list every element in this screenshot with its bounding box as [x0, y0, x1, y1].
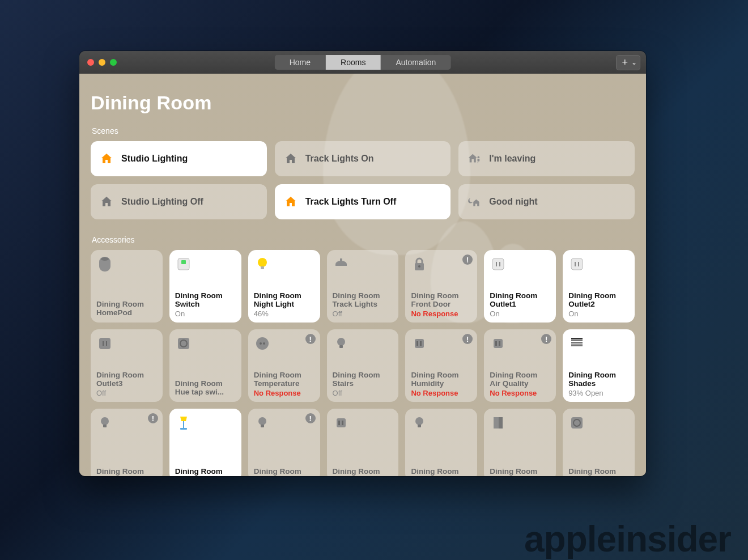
svg-rect-34 [571, 342, 583, 343]
accessory-name: Dining Room [175, 467, 236, 476]
accessory-tile[interactable]: ! Dining Room Humidity No Response [405, 329, 477, 402]
svg-point-46 [415, 417, 423, 425]
accessory-tile[interactable]: Dining Room Outlet1 On [484, 250, 556, 323]
accessory-tile[interactable]: Dining Room Shades 93% Open [563, 329, 635, 402]
view-segmented-control: Home Rooms Automation [275, 55, 451, 70]
accessory-tile[interactable]: ! Dining Room Temperature No Response [248, 329, 320, 402]
svg-rect-39 [183, 421, 184, 428]
scene-tile[interactable]: Studio Lighting Off [91, 184, 267, 219]
house-icon [284, 195, 298, 209]
accessory-status: Off [333, 389, 393, 397]
zoom-window-button[interactable] [110, 59, 117, 66]
tab-rooms[interactable]: Rooms [326, 55, 381, 70]
accessory-name: Dining Room Shades [568, 371, 629, 388]
scenes-grid: Studio Lighting Track Lights On I'm leav… [91, 141, 635, 219]
svg-rect-45 [342, 421, 343, 425]
svg-rect-14 [575, 262, 576, 266]
accessory-tile[interactable]: ! Dining Room Front Door No Response [405, 250, 477, 323]
accessory-tile[interactable]: Dining Room Track Lights Off [327, 250, 399, 323]
accessory-tile[interactable]: ! Dining Room [91, 409, 163, 476]
svg-point-23 [263, 342, 265, 345]
lock-icon [411, 256, 428, 273]
scene-tile[interactable]: I'm leaving [458, 141, 635, 176]
svg-rect-40 [180, 428, 187, 430]
tab-automation[interactable]: Automation [381, 55, 450, 70]
svg-rect-27 [416, 341, 418, 346]
svg-rect-11 [496, 262, 497, 266]
svg-rect-18 [106, 341, 107, 346]
svg-rect-6 [261, 266, 264, 269]
sensor-icon [490, 335, 507, 352]
warning-badge-icon: ! [462, 254, 473, 265]
svg-rect-47 [418, 425, 421, 427]
accessory-status: On [175, 309, 236, 318]
warning-badge-icon: ! [541, 334, 551, 344]
accessory-tile[interactable]: Dining Room Outlet3 Off [91, 329, 163, 402]
warning-badge-icon: ! [305, 334, 316, 344]
svg-point-41 [258, 417, 266, 425]
accessory-status: No Response [254, 389, 314, 397]
accessory-tile[interactable]: Dining Room [169, 409, 241, 476]
bulb-on-icon [254, 256, 271, 273]
scene-label: Studio Lighting Off [121, 197, 203, 207]
accessory-tile[interactable]: Dining Room Outlet2 On [563, 250, 635, 323]
accessory-tile[interactable]: Dining Room [405, 409, 477, 476]
bulb-icon [333, 335, 350, 352]
svg-rect-42 [261, 425, 264, 427]
accessory-tile[interactable]: Dining Room HomePod [91, 250, 163, 323]
scene-tile[interactable]: Studio Lighting [91, 141, 267, 176]
svg-point-5 [258, 258, 267, 267]
sensor-icon [333, 414, 350, 431]
accessory-tile[interactable]: Dining Room [327, 409, 399, 476]
add-button[interactable]: + ⌄ [616, 55, 640, 70]
minimize-window-button[interactable] [99, 59, 105, 66]
accessory-tile[interactable]: ! Dining Room [248, 409, 320, 476]
content-area: Dining Room Scenes Studio Lighting Track… [79, 74, 646, 476]
scene-label: Good night [489, 197, 537, 207]
switch-icon [175, 256, 192, 273]
svg-point-9 [418, 265, 420, 268]
house-icon [100, 152, 113, 166]
scene-tile[interactable]: Track Lights On [275, 141, 451, 176]
traffic-lights [87, 59, 117, 66]
accessory-status: On [568, 309, 629, 318]
scene-tile[interactable]: Track Lights Turn Off [275, 184, 451, 219]
svg-rect-13 [571, 258, 583, 270]
svg-rect-36 [571, 345, 583, 346]
app-window: Home Rooms Automation + ⌄ Dining Room Sc… [79, 51, 646, 476]
bulb-icon [96, 414, 113, 431]
lamp-icon [175, 414, 192, 431]
plus-icon: + [622, 57, 628, 69]
warning-badge-icon: ! [148, 413, 158, 423]
close-window-button[interactable] [87, 59, 94, 66]
accessory-tile[interactable]: Dining Room Stairs Off [327, 329, 399, 402]
accessory-tile[interactable]: Dining Room Hue tap swi... [169, 329, 241, 402]
accessory-status: Off [333, 309, 393, 318]
svg-rect-17 [103, 341, 104, 346]
accessory-tile[interactable]: ! Dining Room Air Quality No Response [484, 329, 556, 402]
ceiling-light-icon [333, 256, 350, 273]
svg-rect-28 [420, 341, 422, 346]
accessory-tile[interactable]: Dining Room Switch On [169, 250, 241, 323]
tab-home[interactable]: Home [275, 55, 326, 70]
accessory-status: On [490, 309, 550, 318]
accessory-status: Off [96, 389, 157, 397]
svg-rect-44 [338, 421, 340, 425]
accessory-name: Dining Room [333, 467, 393, 476]
accessory-status: No Response [411, 309, 471, 318]
bulb-icon [254, 414, 271, 431]
svg-rect-29 [494, 339, 503, 348]
accessory-tile[interactable]: Dining Room [484, 409, 556, 476]
door-icon [490, 414, 507, 431]
accessory-name: Dining Room [96, 467, 157, 476]
bulb-icon [411, 414, 428, 431]
accessory-tile[interactable]: Dining Room [563, 409, 635, 476]
outlet-icon [568, 256, 585, 273]
scene-tile[interactable]: Good night [458, 184, 635, 219]
svg-point-37 [101, 417, 109, 425]
accessory-name: Dining Room Hue tap swi... [175, 379, 236, 397]
accessory-status: No Response [411, 389, 471, 397]
svg-point-21 [256, 337, 269, 350]
accessory-tile[interactable]: Dining Room Night Light 46% [248, 250, 320, 323]
svg-rect-12 [499, 262, 500, 266]
